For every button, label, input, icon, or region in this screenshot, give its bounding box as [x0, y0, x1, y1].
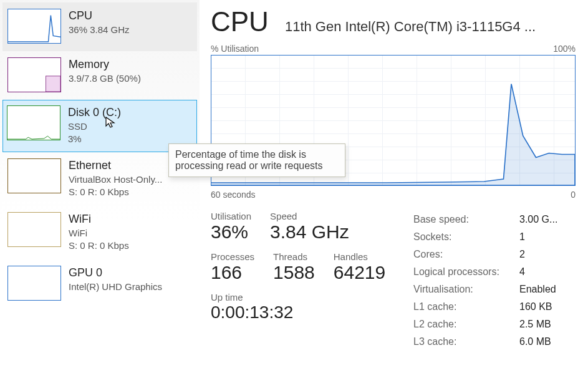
speed-value: 3.84 GHz: [270, 221, 349, 243]
chart-label-left: % Utilisation: [211, 44, 259, 54]
fact-virt-k: Virtualisation:: [413, 281, 519, 298]
sidebar-cpu-title: CPU: [69, 9, 130, 22]
fact-cores-v: 2: [519, 246, 525, 263]
sidebar-mem-title: Memory: [69, 57, 141, 71]
sidebar-item-wifi[interactable]: WiFi WiFi S: 0 R: 0 Kbps: [2, 206, 197, 259]
svg-rect-0: [46, 76, 60, 92]
handles-value: 64219: [334, 262, 385, 283]
sidebar-wifi-title: WiFi: [69, 212, 129, 226]
fact-l1-v: 160 KB: [519, 298, 552, 316]
fact-l1-k: L1 cache:: [413, 298, 519, 316]
sidebar-eth-title: Ethernet: [69, 158, 162, 172]
sidebar: CPU 36% 3.84 GHz Memory 3.9/7.8 GB (50%): [0, 0, 200, 368]
fact-virt-v: Enabled: [519, 281, 556, 298]
sidebar-item-gpu[interactable]: GPU 0 Intel(R) UHD Graphics: [2, 259, 197, 308]
sidebar-mem-sub: 3.9/7.8 GB (50%): [69, 72, 141, 85]
main-pane: CPU 11th Gen Intel(R) Core(TM) i3-1115G4…: [200, 0, 588, 368]
fact-sockets-v: 1: [519, 228, 525, 246]
sidebar-disk-sub: SSD: [68, 120, 121, 133]
wifi-thumb-icon: [7, 212, 61, 247]
fact-basespeed-v: 3.00 G...: [519, 211, 557, 228]
chart-label-right: 100%: [553, 44, 576, 54]
fact-l3-k: L3 cache:: [413, 333, 519, 351]
sidebar-wifi-sub2: S: 0 R: 0 Kbps: [69, 240, 129, 252]
speed-label: Speed: [270, 211, 349, 221]
disk-tooltip: Percentage of time the disk is processin…: [168, 143, 345, 177]
fact-logical-k: Logical processors:: [413, 263, 519, 281]
cpu-thumb-icon: [7, 9, 61, 44]
proc-value: 166: [211, 262, 254, 283]
disk-thumb-icon: [7, 105, 60, 140]
sidebar-item-cpu[interactable]: CPU 36% 3.84 GHz: [2, 2, 197, 51]
sidebar-eth-sub2: S: 0 R: 0 Kbps: [69, 186, 162, 198]
handles-label: Handles: [334, 251, 385, 262]
threads-value: 1588: [273, 262, 315, 283]
sidebar-gpu-sub: Intel(R) UHD Graphics: [69, 281, 162, 293]
memory-thumb-icon: [7, 57, 61, 92]
sidebar-disk-sub2: 3%: [68, 133, 121, 145]
threads-label: Threads: [273, 251, 315, 262]
proc-label: Processes: [211, 251, 254, 262]
chart-time-left: 60 seconds: [211, 190, 256, 200]
fact-cores-k: Cores:: [413, 246, 519, 263]
uptime-value: 0:00:13:32: [211, 303, 398, 322]
util-label: Utilisation: [211, 211, 251, 221]
page-title: CPU: [211, 6, 269, 37]
chart-time-right: 0: [571, 190, 576, 200]
fact-l3-v: 6.0 MB: [519, 333, 551, 351]
fact-l2-v: 2.5 MB: [519, 316, 551, 333]
fact-logical-v: 4: [519, 263, 525, 281]
cpu-model: 11th Gen Intel(R) Core(TM) i3-1115G4 ...: [285, 19, 536, 35]
ethernet-thumb-icon: [7, 158, 61, 193]
cpu-facts: Base speed:3.00 G... Sockets:1 Cores:2 L…: [413, 211, 576, 351]
sidebar-item-memory[interactable]: Memory 3.9/7.8 GB (50%): [2, 51, 197, 100]
sidebar-cpu-sub: 36% 3.84 GHz: [69, 24, 130, 36]
sidebar-wifi-sub: WiFi: [69, 227, 129, 240]
fact-l2-k: L2 cache:: [413, 316, 519, 333]
sidebar-eth-sub: VirtualBox Host-Only...: [69, 173, 162, 186]
gpu-thumb-icon: [7, 266, 61, 301]
sidebar-gpu-title: GPU 0: [69, 266, 162, 279]
util-value: 36%: [211, 221, 251, 243]
fact-sockets-k: Sockets:: [413, 228, 519, 246]
sidebar-disk-title: Disk 0 (C:): [68, 105, 121, 119]
fact-basespeed-k: Base speed:: [413, 211, 519, 228]
uptime-label: Up time: [211, 292, 398, 303]
